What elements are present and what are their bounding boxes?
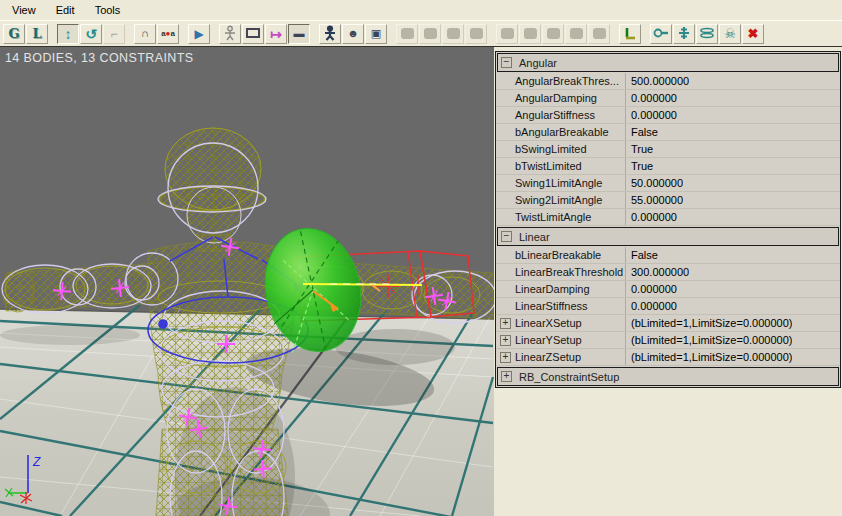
copy-properties-button[interactable]: a●a (157, 24, 179, 44)
property-row: Swing2LimitAngle55.000000 (496, 192, 840, 209)
ball-socket-constraint-button[interactable] (650, 24, 672, 44)
edit-constraints-button[interactable]: ↦ (265, 24, 287, 44)
property-value[interactable]: (bLimited=1,LimitSize=0.000000) (626, 315, 792, 331)
property-name: LinearDamping (515, 283, 590, 295)
property-value[interactable]: True (626, 141, 653, 157)
property-name-cell: bAngularBreakable (496, 124, 626, 140)
property-name: LinearZSetup (515, 351, 581, 363)
property-value[interactable]: 500.000000 (626, 73, 689, 89)
expand-icon[interactable]: + (500, 352, 511, 363)
simulate-button[interactable]: ▶ (188, 24, 210, 44)
property-name: Swing1LimitAngle (515, 177, 602, 189)
prismatic-constraint-button[interactable] (696, 24, 718, 44)
delete-x-icon: ✖ (748, 27, 759, 40)
property-name-cell: AngularStiffness (496, 107, 626, 123)
property-name: AngularStiffness (515, 109, 595, 121)
blob-icon (570, 28, 583, 39)
property-value[interactable]: 0.000000 (626, 107, 677, 123)
translate-mode-button[interactable]: ↕ (57, 24, 79, 44)
property-row: bLinearBreakableFalse (496, 247, 840, 264)
primitive-tool-button-3 (542, 24, 564, 44)
menu-tools[interactable]: Tools (85, 1, 131, 19)
blob-icon (593, 28, 606, 39)
letter-g-icon: G (8, 26, 19, 41)
blob-icon (401, 28, 414, 39)
hinge-cross-icon (677, 26, 691, 42)
property-name: LinearBreakThreshold (515, 266, 623, 278)
show-com-button[interactable]: ▣ (365, 24, 387, 44)
scale-icon: ⌐ (110, 27, 117, 41)
property-value[interactable]: False (626, 124, 658, 140)
property-value[interactable]: (bLimited=1,LimitSize=0.000000) (626, 349, 792, 365)
snap-button[interactable]: ∩ (134, 24, 156, 44)
property-name: bSwingLimited (515, 143, 587, 155)
blob-icon (447, 28, 460, 39)
property-name-cell: AngularBreakThres... (496, 73, 626, 89)
body-tool-button-1 (396, 24, 418, 44)
category-header-angular[interactable]: −Angular (497, 53, 839, 72)
property-value[interactable]: 55.000000 (626, 192, 683, 208)
local-space-button[interactable]: L (26, 24, 48, 44)
property-name-cell: TwistLimitAngle (496, 209, 626, 225)
property-value[interactable]: 0.000000 (626, 298, 677, 314)
expand-icon[interactable]: + (500, 318, 511, 329)
collapse-icon[interactable]: − (501, 57, 512, 68)
property-name-cell: bSwingLimited (496, 141, 626, 157)
rotate-mode-button[interactable]: ↺ (80, 24, 102, 44)
property-row: AngularStiffness0.000000 (496, 107, 840, 124)
property-panel: −AngularAngularBreakThres...500.000000An… (494, 47, 842, 516)
show-body-outline-button[interactable] (242, 24, 264, 44)
expand-icon[interactable]: + (501, 371, 512, 382)
boxed-square-icon: ▣ (371, 28, 381, 39)
blob-icon (470, 28, 483, 39)
category-label: Linear (519, 231, 550, 243)
menu-edit[interactable]: Edit (46, 1, 85, 19)
constraint-axes-button[interactable] (619, 24, 641, 44)
toolbar-group: ☠✖ (650, 24, 765, 44)
menu-view[interactable]: View (2, 1, 46, 19)
toolbar-group: ☻▣ (319, 24, 388, 44)
face-mesh-icon: ☻ (347, 28, 359, 39)
property-value[interactable]: (bLimited=1,LimitSize=0.000000) (626, 332, 792, 348)
show-mesh-button[interactable]: ☻ (342, 24, 364, 44)
primitive-tool-button-2 (519, 24, 541, 44)
world-space-button[interactable]: G (3, 24, 25, 44)
property-name: bLinearBreakable (515, 249, 601, 261)
delete-constraint-button[interactable]: ✖ (742, 24, 764, 44)
property-name-cell: Swing2LimitAngle (496, 192, 626, 208)
property-row: TwistLimitAngle0.000000 (496, 209, 840, 226)
translate-icon: ↕ (65, 27, 72, 41)
property-value[interactable]: 300.000000 (626, 264, 689, 280)
property-row: LinearDamping0.000000 (496, 281, 840, 298)
expand-icon[interactable]: + (500, 335, 511, 346)
property-value[interactable]: True (626, 158, 653, 174)
collapse-icon[interactable]: − (501, 231, 512, 242)
category-header-rb_constraintsetup[interactable]: +RB_ConstraintSetup (497, 367, 839, 386)
show-constraint-bar-button[interactable]: ▬ (288, 24, 310, 44)
viewport[interactable]: Z 14 BODIES, 13 CONSTRAINTS (0, 47, 494, 516)
primitive-tool-button-5 (588, 24, 610, 44)
property-value[interactable]: 50.000000 (626, 175, 683, 191)
property-name-cell: bLinearBreakable (496, 247, 626, 263)
property-row: +LinearZSetup(bLimited=1,LimitSize=0.000… (496, 349, 840, 366)
viewport-canvas[interactable]: Z (0, 47, 494, 516)
category-header-linear[interactable]: −Linear (497, 227, 839, 246)
property-value[interactable]: 0.000000 (626, 90, 677, 106)
toolbar-group: ↦▬ (219, 24, 311, 44)
hinge-constraint-button[interactable] (673, 24, 695, 44)
category-label: Angular (519, 57, 557, 69)
property-row: +LinearXSetup(bLimited=1,LimitSize=0.000… (496, 315, 840, 332)
property-row: bSwingLimitedTrue (496, 141, 840, 158)
break-constraint-button[interactable]: ☠ (719, 24, 741, 44)
property-value[interactable]: 0.000000 (626, 209, 677, 225)
property-name: LinearYSetup (515, 334, 582, 346)
blob-icon (424, 28, 437, 39)
box-outline-icon (245, 25, 261, 43)
property-value[interactable]: 0.000000 (626, 281, 677, 297)
edit-bodies-button[interactable] (219, 24, 241, 44)
property-name: bTwistLimited (515, 160, 582, 172)
show-skeleton-button[interactable] (319, 24, 341, 44)
property-row: bAngularBreakableFalse (496, 124, 840, 141)
property-value[interactable]: False (626, 247, 658, 263)
property-name-cell: +LinearXSetup (496, 315, 626, 331)
